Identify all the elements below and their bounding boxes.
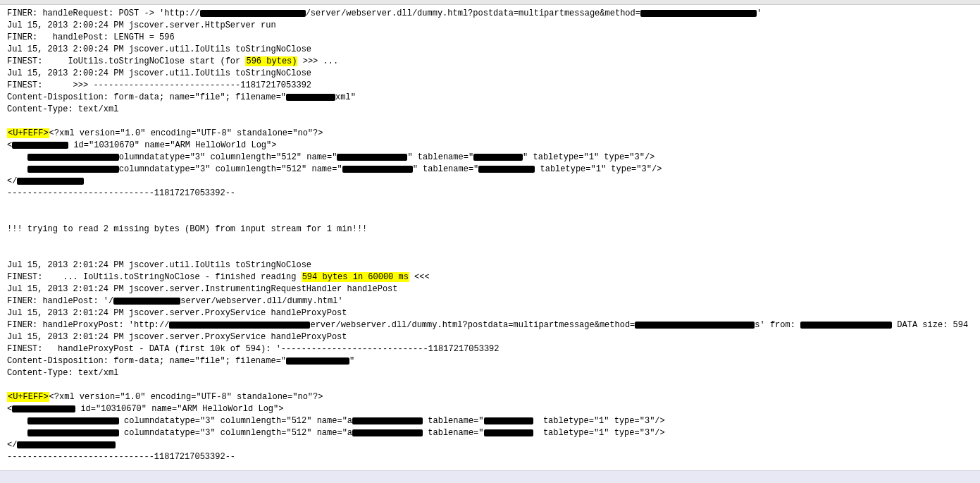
log-line: olumndatatype="3" columnlength="512" nam… xyxy=(7,152,973,164)
log-line: <U+FEFF><?xml version="1.0" encoding="UT… xyxy=(7,128,973,140)
log-text: olumndatatype="3" columnlength="512" nam… xyxy=(119,152,337,162)
log-line: <U+FEFF><?xml version="1.0" encoding="UT… xyxy=(7,391,973,403)
log-line: Content-Disposition: form-data; name="fi… xyxy=(7,355,973,367)
log-text: <<< xyxy=(409,272,430,282)
redaction-bar xyxy=(27,154,119,161)
log-text: /server/webserver.dll/dummy.html?postdat… xyxy=(306,8,640,18)
log-text: </ xyxy=(7,440,17,450)
log-text: <?xml version="1.0" encoding="UTF-8" sta… xyxy=(49,128,323,138)
redaction-bar xyxy=(286,94,335,101)
log-text: " tablename=" xyxy=(413,164,479,174)
log-text: tablename=" xyxy=(423,416,483,426)
redaction-bar xyxy=(27,429,119,436)
log-output: FINER: handleRequest: POST -> 'http:///s… xyxy=(0,5,980,469)
log-text xyxy=(7,164,27,174)
highlight: <U+FEFF> xyxy=(7,392,49,402)
log-line: Jul 15, 2013 2:01:24 PM jscover.server.P… xyxy=(7,331,973,343)
log-text: server/webserver.dll/dummy.html' xyxy=(180,296,342,306)
redaction-bar xyxy=(17,178,84,185)
log-text: tablename=" xyxy=(423,428,483,438)
log-text: id="10310670" name="ARM HelloWorld Log"> xyxy=(68,140,276,150)
log-line: columndatatype="3" columnlength="512" na… xyxy=(7,415,973,427)
redaction-bar xyxy=(27,417,119,424)
log-text xyxy=(7,152,27,162)
log-line: Jul 15, 2013 2:01:24 PM jscover.server.I… xyxy=(7,283,973,295)
redaction-bar xyxy=(478,166,535,173)
redaction-bar xyxy=(640,10,757,17)
redaction-bar xyxy=(342,166,413,173)
log-text: FINEST: ... IoUtils.toStringNoClose - fi… xyxy=(7,272,302,282)
log-text: erver/webserver.dll/dummy.html?postdata=… xyxy=(310,320,635,330)
log-line xyxy=(7,379,973,391)
log-text: >>> ... xyxy=(297,56,338,66)
log-line: -----------------------------11817217053… xyxy=(7,188,973,200)
log-text: id="10310670" name="ARM HelloWorld Log"> xyxy=(75,404,283,414)
log-line: columndatatype="3" columnlength="512" na… xyxy=(7,427,973,439)
log-text: FINER: handleProxyPost: 'http:// xyxy=(7,320,169,330)
log-text: </ xyxy=(7,176,17,186)
log-line: Jul 15, 2013 2:00:24 PM jscover.util.IoU… xyxy=(7,68,973,80)
redaction-bar xyxy=(27,166,119,173)
highlight: 594 bytes in 60000 ms xyxy=(302,272,409,282)
redaction-bar xyxy=(286,357,349,365)
log-text: FINEST: IoUtils.toStringNoClose start (f… xyxy=(7,56,245,66)
log-line: FINER: handleProxyPost: 'http://erver/we… xyxy=(7,319,973,331)
redaction-bar xyxy=(352,417,423,424)
redaction-bar xyxy=(113,298,180,305)
log-line: FINEST: IoUtils.toStringNoClose start (f… xyxy=(7,56,973,68)
log-text: < xyxy=(7,404,12,414)
log-line: Jul 15, 2013 2:01:24 PM jscover.util.IoU… xyxy=(7,259,973,271)
log-text: columndatatype="3" columnlength="512" na… xyxy=(119,164,342,174)
window-top-border xyxy=(0,0,980,5)
log-line: Content-Disposition: form-data; name="fi… xyxy=(7,92,973,104)
redaction-bar xyxy=(12,405,75,412)
log-line: Jul 15, 2013 2:01:24 PM jscover.server.P… xyxy=(7,307,973,319)
log-line: </ xyxy=(7,176,973,188)
log-line: < id="10310670" name="ARM HelloWorld Log… xyxy=(7,403,973,415)
redaction-bar xyxy=(17,441,116,448)
redaction-bar xyxy=(337,154,407,161)
log-text: <?xml version="1.0" encoding="UTF-8" sta… xyxy=(49,392,323,402)
log-text: Content-Disposition: form-data; name="fi… xyxy=(7,356,286,366)
log-text: tabletype="1" type="3"/> xyxy=(533,416,665,426)
log-line: </ xyxy=(7,439,973,451)
log-text xyxy=(7,416,27,426)
log-line: FINER: handlePost: LENGTH = 596 xyxy=(7,32,973,44)
log-line xyxy=(7,236,973,247)
log-line xyxy=(7,116,973,128)
log-line: FINER: handlePost: '/server/webserver.dl… xyxy=(7,295,973,307)
log-line: -----------------------------11817217053… xyxy=(7,451,973,463)
log-line: Content-Type: text/xml xyxy=(7,367,973,379)
log-text: xml" xyxy=(335,92,356,102)
log-text: tabletype="1" type="3"/> xyxy=(535,164,662,174)
log-text: FINER: handleRequest: POST -> 'http:// xyxy=(7,8,200,18)
log-text: < xyxy=(7,140,12,150)
log-line xyxy=(7,212,973,224)
highlight: <U+FEFF> xyxy=(7,128,49,138)
log-line: Content-Type: text/xml xyxy=(7,104,973,116)
log-text: DATA size: 594 xyxy=(892,320,968,330)
redaction-bar xyxy=(200,10,306,17)
redaction-bar xyxy=(800,322,892,329)
log-line: Jul 15, 2013 2:00:24 PM jscover.util.IoU… xyxy=(7,44,973,56)
log-line: FINER: handleRequest: POST -> 'http:///s… xyxy=(7,8,973,20)
log-text: columndatatype="3" columnlength="512" na… xyxy=(119,416,352,426)
log-text: columndatatype="3" columnlength="512" na… xyxy=(119,428,352,438)
redaction-bar xyxy=(352,429,423,436)
log-text: FINER: handlePost: '/ xyxy=(7,296,113,306)
log-text: " xyxy=(349,356,354,366)
log-text: s' from: xyxy=(755,320,800,330)
redaction-bar xyxy=(12,142,68,149)
log-line: !!! trying to read 2 missing bytes (BOM)… xyxy=(7,224,973,236)
log-line: columndatatype="3" columnlength="512" na… xyxy=(7,164,973,176)
log-line: Jul 15, 2013 2:00:24 PM jscover.server.H… xyxy=(7,20,973,32)
log-text xyxy=(7,428,27,438)
log-text: " tabletype="1" type="3"/> xyxy=(523,152,655,162)
redaction-bar xyxy=(635,322,755,329)
log-line: FINEST: handleProxyPost - DATA (first 10… xyxy=(7,343,973,355)
log-line xyxy=(7,200,973,212)
footer-bar xyxy=(0,470,980,483)
log-text: " tablename=" xyxy=(407,152,473,162)
redaction-bar xyxy=(169,322,310,329)
log-line: < id="10310670" name="ARM HelloWorld Log… xyxy=(7,140,973,152)
